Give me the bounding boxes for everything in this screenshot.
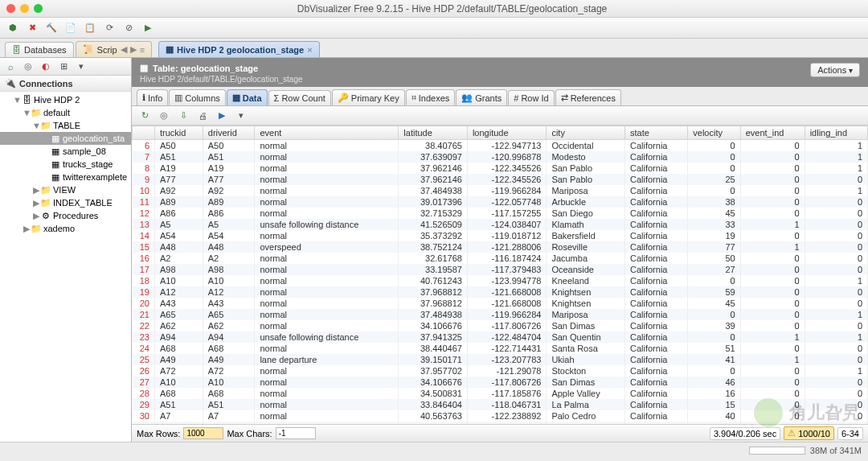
column-header[interactable]: longitude [467, 126, 546, 140]
cell[interactable]: A19 [203, 163, 255, 174]
copy-icon[interactable]: 📄 [63, 20, 79, 36]
cell[interactable]: A5 [155, 219, 203, 230]
cell[interactable]: A50 [203, 140, 255, 152]
cell[interactable]: 0 [805, 320, 867, 331]
cell[interactable]: 0 [805, 264, 867, 275]
cell[interactable]: California [625, 331, 688, 343]
cell[interactable]: A65 [203, 309, 255, 320]
cell[interactable]: overspeed [255, 241, 399, 253]
cell[interactable]: normal [255, 140, 399, 152]
cell[interactable]: 0 [740, 185, 805, 196]
cell[interactable]: -123.207783 [467, 354, 546, 365]
tab-row-count[interactable]: ΣRow Count [268, 90, 331, 105]
cell[interactable]: California [625, 286, 688, 298]
tool-icon[interactable]: 🔨 [43, 20, 59, 36]
actions-button[interactable]: Actions ▾ [810, 63, 860, 77]
stop-icon[interactable]: ⊘ [121, 20, 137, 36]
cell[interactable]: A68 [155, 388, 203, 399]
cell[interactable]: Palo Cedro [547, 410, 625, 422]
cell[interactable]: 0 [688, 331, 740, 343]
cell[interactable]: California [625, 140, 688, 152]
cell[interactable]: A10 [203, 275, 255, 286]
table-row[interactable]: 29A51A51normal33.846404-118.046731La Pal… [133, 399, 868, 410]
cell[interactable]: 0 [805, 377, 867, 388]
cell[interactable]: 15 [688, 399, 740, 410]
tab-references[interactable]: ⇄References [555, 89, 621, 105]
cell[interactable]: 37.484938 [399, 309, 468, 320]
cell[interactable]: normal [255, 365, 399, 377]
cell[interactable]: normal [255, 253, 399, 264]
cell[interactable]: A54 [155, 230, 203, 241]
table-row[interactable]: 20A43A43normal37.968812-121.668008Knight… [133, 298, 868, 309]
cell[interactable]: 0 [740, 309, 805, 320]
cell[interactable]: A72 [155, 365, 203, 377]
cell[interactable]: 0 [805, 219, 867, 230]
cell[interactable]: -122.057748 [467, 196, 546, 208]
cell[interactable]: Bakersfield [547, 230, 625, 241]
cell[interactable]: A51 [203, 399, 255, 410]
tab-info[interactable]: ℹInfo [137, 89, 168, 105]
cell[interactable]: -122.484704 [467, 331, 546, 343]
table-row[interactable]: 25A49A49lane departure39.150171-123.2077… [133, 354, 868, 365]
cell[interactable]: Knightsen [547, 298, 625, 309]
cell[interactable]: 37.962146 [399, 163, 468, 174]
cell[interactable]: Occidental [547, 140, 625, 152]
cell[interactable]: A19 [155, 163, 203, 174]
column-header[interactable]: city [547, 126, 625, 140]
cell[interactable]: California [625, 343, 688, 354]
cell[interactable]: normal [255, 399, 399, 410]
cell[interactable]: 20 [133, 298, 155, 309]
cell[interactable]: 24 [133, 343, 155, 354]
maxchars-input[interactable] [276, 427, 316, 439]
cell[interactable]: normal [255, 298, 399, 309]
cell[interactable]: 0 [740, 151, 805, 163]
cell[interactable]: 6 [133, 140, 155, 152]
cell[interactable]: 0 [740, 343, 805, 354]
cell[interactable]: California [625, 264, 688, 275]
link-icon[interactable]: ◎ [21, 60, 35, 74]
cell[interactable]: 1 [805, 365, 867, 377]
cell[interactable]: 0 [805, 174, 867, 185]
table-row[interactable]: 7A51A51normal37.639097-120.996878Modesto… [133, 151, 868, 163]
cell[interactable]: A51 [155, 399, 203, 410]
column-header[interactable]: state [625, 126, 688, 140]
cell[interactable]: A77 [155, 174, 203, 185]
table-row[interactable]: 26A72A72normal37.957702-121.29078Stockto… [133, 365, 868, 377]
cell[interactable]: A65 [155, 309, 203, 320]
cell[interactable]: A50 [155, 140, 203, 152]
cell[interactable]: 0 [740, 298, 805, 309]
tree-item[interactable]: ▦sample_08 [0, 145, 131, 158]
cell[interactable]: normal [255, 388, 399, 399]
cell[interactable]: A7 [155, 410, 203, 422]
cell[interactable]: 1 [740, 354, 805, 365]
table-row[interactable]: 22A62A62normal34.106676-117.806726San Di… [133, 320, 868, 331]
cell[interactable]: 38 [688, 196, 740, 208]
column-header[interactable]: truckid [155, 126, 203, 140]
cell[interactable]: 32.61768 [399, 253, 468, 264]
cell[interactable]: 37.957702 [399, 365, 468, 377]
cell[interactable]: 29 [133, 399, 155, 410]
cell[interactable]: normal [255, 275, 399, 286]
cell[interactable]: 0 [805, 241, 867, 253]
cell[interactable]: 1 [805, 151, 867, 163]
data-grid[interactable]: truckiddriverideventlatitudelongitudecit… [132, 126, 868, 424]
column-header[interactable]: driverid [203, 126, 255, 140]
cell[interactable]: 51 [688, 343, 740, 354]
cell[interactable]: unsafe following distance [255, 331, 399, 343]
cell[interactable]: San Dimas [547, 320, 625, 331]
cell[interactable]: 21 [133, 309, 155, 320]
cell[interactable]: -118.046731 [467, 399, 546, 410]
column-header[interactable]: latitude [399, 126, 468, 140]
column-header[interactable]: event_ind [740, 126, 805, 140]
tab-scripts[interactable]: 📜 Scrip ◀ ▶ ≡ [76, 41, 152, 57]
tab-grants[interactable]: 👥Grants [456, 89, 507, 105]
cell[interactable]: 1 [805, 309, 867, 320]
cell[interactable]: 33.846404 [399, 399, 468, 410]
cell[interactable]: 0 [688, 275, 740, 286]
cell[interactable]: normal [255, 286, 399, 298]
cell[interactable]: -122.345526 [467, 163, 546, 174]
cell[interactable]: 10 [133, 185, 155, 196]
cell[interactable]: A98 [155, 264, 203, 275]
cell[interactable]: 18 [133, 275, 155, 286]
cell[interactable]: 0 [740, 275, 805, 286]
